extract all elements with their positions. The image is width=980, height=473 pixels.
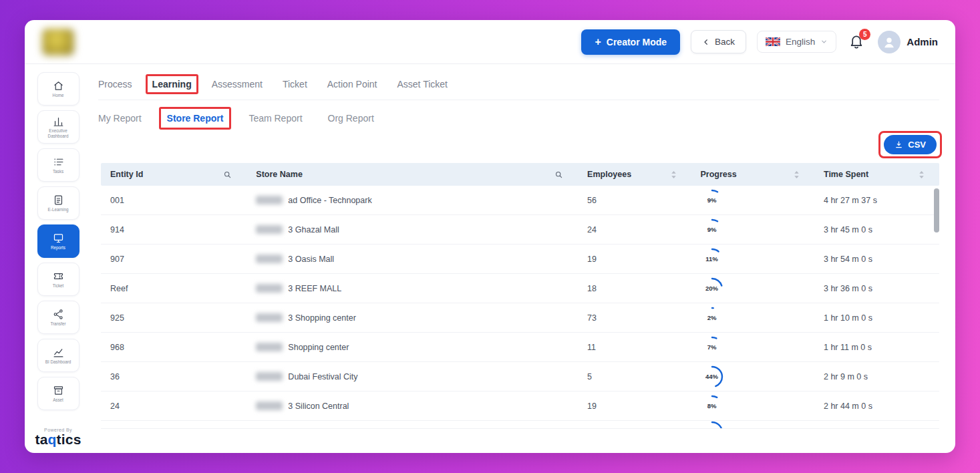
sidebar-item-tasks[interactable]: Tasks: [37, 148, 79, 182]
table-row[interactable]: 907 3 Oasis Mall 19 11% 3 hr 54 m 0 s: [101, 245, 939, 274]
progress-ring: 2%: [701, 307, 723, 329]
tab-learning[interactable]: Learning: [152, 79, 192, 90]
subtab-team-report[interactable]: Team Report: [249, 113, 302, 124]
progress-cell: 11%: [691, 248, 814, 271]
sidebar-item-label: Reports: [51, 245, 65, 251]
entity-id-cell: 001: [101, 196, 247, 205]
table-row[interactable]: 968 Shopping center 11 7% 1 hr 11 m 0 s: [101, 333, 939, 362]
progress-cell: 2%: [691, 307, 814, 329]
employees-cell: 24: [578, 225, 691, 234]
sidebar-item-label: Tasks: [53, 169, 63, 174]
progress-percent: 9%: [707, 226, 717, 233]
redacted-blur: [256, 255, 283, 263]
subtab-org-report[interactable]: Org Report: [328, 113, 374, 124]
employees-cell: 5: [578, 372, 691, 381]
employees-cell: 19: [578, 255, 691, 264]
progress-ring: 7%: [701, 336, 723, 359]
user-name: Admin: [907, 36, 938, 47]
sidebar-item-transfer[interactable]: Transfer: [37, 301, 79, 334]
sidebar-item-label: Executive Dashboard: [39, 128, 77, 139]
column-header-store-name[interactable]: Store Name: [247, 170, 578, 179]
progress-percent: 11%: [705, 255, 718, 263]
employees-cell: 11: [578, 343, 691, 352]
time-spent-cell: 3 hr 36 m 0 s: [814, 284, 939, 293]
table-row[interactable]: 24 3 Silicon Central 19 8% 2 hr 44 m 0 s: [101, 391, 939, 421]
entity-id-cell: Reef: [101, 284, 247, 293]
sidebar-item-label: Ticket: [53, 283, 64, 289]
table-row[interactable]: Reef 3 REEF MALL 18 20% 3 hr 36 m 0 s: [101, 274, 939, 303]
sidebar-item-e-learning[interactable]: E-Learning: [37, 186, 79, 220]
time-spent-cell: 1 hr 11 m 0 s: [814, 343, 939, 352]
tab-ticket[interactable]: Ticket: [283, 79, 307, 90]
search-icon[interactable]: [554, 170, 563, 179]
time-spent-cell: 3 hr 54 m 0 s: [814, 255, 939, 264]
scrollbar-thumb[interactable]: [934, 188, 939, 232]
time-spent-cell: 2 hr 9 m 0 s: [814, 372, 939, 381]
box-icon: [53, 385, 64, 396]
progress-ring: 9%: [701, 189, 723, 212]
employees-cell: 73: [578, 313, 691, 323]
back-button[interactable]: Back: [691, 30, 746, 53]
column-header-progress[interactable]: Progress: [691, 170, 814, 179]
table-row[interactable]: 001 ad Office - Technopark 56 9% 4 hr 27…: [101, 186, 939, 215]
share-icon: [53, 309, 64, 320]
employees-cell: 19: [578, 402, 691, 411]
search-icon[interactable]: [223, 170, 232, 179]
download-icon: [894, 140, 903, 149]
sort-icon[interactable]: [794, 170, 800, 179]
sidebar-item-bi-dashboard[interactable]: BI Dashboard: [37, 339, 79, 372]
subtab-my-report[interactable]: My Report: [98, 113, 142, 124]
column-header-entity-id[interactable]: Entity Id: [101, 170, 247, 179]
tab-action-point[interactable]: Action Point: [327, 79, 377, 90]
progress-cell: 20%: [691, 277, 814, 300]
sort-icon[interactable]: [671, 170, 677, 179]
notification-bell[interactable]: 5: [848, 33, 866, 51]
progress-cell: 9%: [691, 189, 814, 212]
employees-cell: 56: [578, 196, 691, 205]
sidebar-item-reports[interactable]: Reports: [37, 224, 79, 258]
table-header-row: Entity Id Store Name Employees Progress: [101, 163, 939, 186]
entity-id-cell: 24: [101, 402, 247, 411]
top-header: + Creator Mode Back: [25, 20, 955, 64]
store-name-cell: 3 Oasis Mall: [247, 255, 578, 264]
entity-id-cell: 968: [101, 343, 247, 352]
notification-badge: 5: [859, 29, 870, 40]
creator-mode-label: Creator Mode: [607, 37, 667, 47]
chevron-left-icon: [702, 38, 710, 46]
table-row[interactable]: 925 3 Shopping center 73 2% 1 hr 10 m 0 …: [101, 303, 939, 333]
table-row[interactable]: 914 3 Ghazal Mall 24 9% 3 hr 45 m 0 s: [101, 215, 939, 245]
redacted-blur: [256, 402, 283, 410]
redacted-blur: [256, 343, 283, 351]
progress-ring: 20%: [701, 277, 723, 300]
uk-flag-icon: [766, 37, 780, 46]
sidebar-item-ticket[interactable]: Ticket: [37, 263, 79, 296]
progress-ring: 8%: [701, 395, 723, 418]
tab-process[interactable]: Process: [98, 79, 132, 90]
entity-id-cell: 36: [101, 372, 247, 381]
column-header-time-spent[interactable]: Time Spent: [814, 170, 939, 179]
table-row[interactable]: 36 Dubai Festival City 5 44% 2 hr 9 m 0 …: [101, 362, 939, 391]
subtab-store-report[interactable]: Store Report: [167, 113, 224, 124]
csv-label: CSV: [908, 140, 926, 150]
sidebar-item-asset[interactable]: Asset: [37, 377, 79, 410]
csv-export-button[interactable]: CSV: [884, 135, 937, 154]
tab-assessment[interactable]: Assessment: [212, 79, 263, 90]
sidebar-item-label: Asset: [53, 398, 63, 403]
column-header-employees[interactable]: Employees: [578, 170, 691, 179]
sidebar-item-home[interactable]: Home: [37, 72, 79, 106]
language-selector[interactable]: English: [757, 31, 836, 53]
entity-id-cell: 925: [101, 313, 247, 323]
creator-mode-button[interactable]: + Creator Mode: [581, 29, 680, 55]
time-spent-cell: 4 hr 27 m 37 s: [814, 196, 939, 205]
sidebar-item-label: E-Learning: [48, 207, 69, 212]
progress-percent: 20%: [705, 285, 718, 292]
user-menu[interactable]: Admin: [878, 31, 938, 53]
tab-asset-ticket[interactable]: Asset Ticket: [397, 79, 448, 90]
store-name-cell: Dubai Festival City: [247, 372, 578, 381]
sort-icon[interactable]: [919, 170, 925, 179]
progress-ring: 9%: [701, 218, 723, 241]
plus-icon: +: [595, 36, 601, 48]
sidebar-item-executive-dashboard[interactable]: Executive Dashboard: [37, 110, 79, 144]
line-chart-icon: [53, 347, 64, 358]
table-scrollbar[interactable]: [934, 188, 939, 449]
